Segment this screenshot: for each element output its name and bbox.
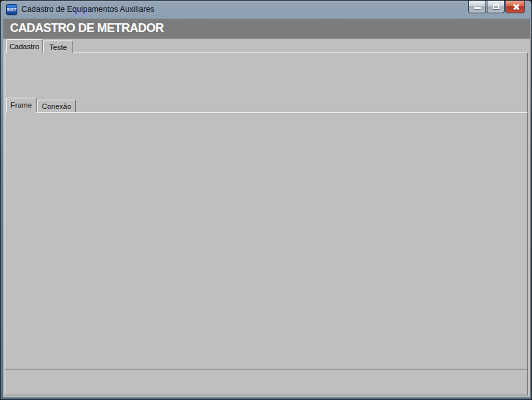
- close-icon: [512, 3, 519, 11]
- app-window: SGT Cadastro de Equipamentos Auxiliares …: [0, 0, 532, 400]
- tab-cadastro[interactable]: Cadastro: [6, 39, 43, 53]
- app-icon: SGT: [6, 4, 17, 15]
- client-area: CADASTRO DE METRADOR Cadastro Teste Equi…: [3, 19, 530, 397]
- maximize-icon: [493, 4, 499, 9]
- form-header: CADASTRO DE METRADOR: [3, 19, 530, 39]
- frame-tab-page: [5, 112, 528, 369]
- page-title: CADASTRO DE METRADOR: [10, 21, 164, 35]
- minimize-icon: [474, 7, 481, 9]
- title-bar[interactable]: SGT Cadastro de Equipamentos Auxiliares: [1, 1, 531, 19]
- minimize-button[interactable]: [468, 1, 486, 13]
- window-title: Cadastro de Equipamentos Auxiliares: [21, 5, 154, 14]
- tab-conexao[interactable]: Conexão: [37, 100, 76, 112]
- close-button[interactable]: [505, 1, 525, 13]
- tab-frame[interactable]: Frame: [6, 98, 37, 112]
- tab-teste[interactable]: Teste: [43, 41, 73, 53]
- maximize-button[interactable]: [487, 1, 505, 13]
